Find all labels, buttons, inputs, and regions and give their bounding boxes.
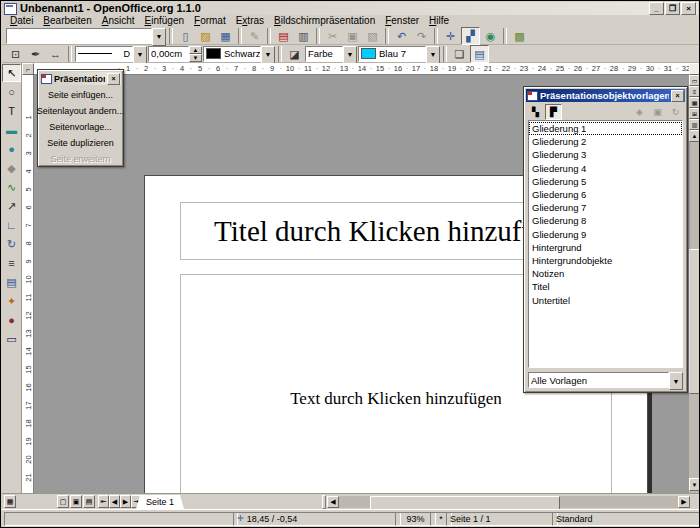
style-list-item[interactable]: Titel [529,280,682,293]
style-list-item[interactable]: Untertitel [529,294,682,307]
menu-item-ansicht[interactable]: Ansicht [97,15,140,27]
presentation-panel-close-icon[interactable]: × [107,73,120,85]
presentation-screen-icon[interactable]: ▭ [2,330,21,348]
presentation-panel-item[interactable]: Seitenvorlage... [49,119,112,135]
line-width-spinner[interactable]: 0,00cm ▲ ▼ [148,46,202,62]
first-page-icon[interactable]: ⇤ [98,495,109,508]
stylist-titlebar[interactable]: Präsentationsobjektvorlagen × [526,89,685,102]
corner-mode-icon[interactable]: ▦ [4,495,16,508]
menu-item-datei[interactable]: Datei [5,15,38,27]
master-mode-icon[interactable]: ▣ [70,495,82,508]
redo-icon[interactable]: ↷ [412,27,431,45]
style-list-item[interactable]: Hintergrund [529,241,682,254]
presentation-panel-titlebar[interactable]: Präsentation × [40,72,121,85]
prev-page-icon[interactable]: ◀ [109,495,120,508]
arrow-ends-icon[interactable]: ↔ [46,45,65,63]
lines-arrows-icon[interactable]: ↗ [2,197,21,215]
drawing-view-icon[interactable]: ▭ [689,75,700,86]
line-color-dropdown-icon[interactable]: ▼ [261,46,275,64]
scroll-down-icon[interactable]: ▼ [689,478,700,491]
new-document-icon[interactable]: ▯ [176,27,195,45]
style-filter-dropdown-icon[interactable]: ▼ [669,372,683,390]
line-width-value[interactable]: 0,00cm [148,46,189,62]
effects-icon[interactable]: ✦ [2,292,21,310]
vertical-scroll-thumb[interactable] [689,249,700,394]
style-list-item[interactable]: Gliederung 6 [529,188,682,201]
close-button-icon[interactable]: × [681,2,696,15]
hyperlink-bar-icon[interactable]: ◉ [481,27,500,45]
select-arrow-icon[interactable]: ↖ [2,64,21,82]
style-list-item[interactable]: Gliederung 2 [529,135,682,148]
line-pen-icon[interactable]: ✒ [26,45,45,63]
fill-color-dropdown-icon[interactable]: ▼ [426,46,440,64]
rectangle-tool-icon[interactable]: ▬ [2,121,21,139]
notes-view-icon[interactable]: ⊞ [689,108,700,119]
presentation-panel-item[interactable]: Seitenlayout ändern... [37,103,125,119]
outline-view-icon[interactable]: ≡ [689,86,700,97]
hscroll-right-icon[interactable]: ▶ [678,496,690,508]
url-dropdown-icon[interactable]: ▼ [152,28,166,46]
menu-item-bearbeiten[interactable]: Bearbeiten [38,15,96,27]
text-tool-icon[interactable]: T [2,102,21,120]
shadow-icon[interactable]: ❏ [450,45,469,63]
restore-button-icon[interactable]: ❐ [665,2,680,15]
style-list-item[interactable]: Hintergrundobjekte [529,254,682,267]
open-document-icon[interactable]: ▨ [196,27,215,45]
menu-item-extras[interactable]: Extras [231,15,269,27]
line-style-combobox[interactable]: D ▼ [75,46,147,62]
menu-item-einfgen[interactable]: Einfügen [140,15,189,27]
style-list-item[interactable]: Notizen [529,267,682,280]
fill-type-combobox[interactable]: Farbe ▼ [305,46,357,62]
slides-view-icon[interactable]: ▦ [689,97,700,108]
style-list-item[interactable]: Gliederung 9 [529,228,682,241]
page-tab[interactable]: Seite 1 [136,495,184,509]
connector-icon[interactable]: ∟ [2,216,21,234]
fill-style-icon[interactable]: ◪ [285,45,304,63]
rotate-icon[interactable]: ↻ [2,235,21,253]
navigator-icon[interactable]: ✛ [441,27,460,45]
menu-item-hilfe[interactable]: Hilfe [424,15,454,27]
style-filter-value[interactable]: Alle Vorlagen [528,372,669,388]
alignment-icon[interactable]: ≡ [2,254,21,272]
menu-item-bildschirmprsentation[interactable]: Bildschirmpräsentation [269,15,380,27]
menu-item-fenster[interactable]: Fenster [380,15,424,27]
style-list-item[interactable]: Gliederung 3 [529,148,682,161]
export-pdf-icon[interactable]: ▤ [274,27,293,45]
style-list-item[interactable]: Gliederung 7 [529,201,682,214]
3d-objects-icon[interactable]: ◆ [2,159,21,177]
line-style-dropdown-icon[interactable]: ▼ [133,46,147,64]
stylist-close-icon[interactable]: × [671,90,684,102]
curve-tool-icon[interactable]: ∿ [2,178,21,196]
spin-up-icon[interactable]: ▲ [189,46,202,54]
spin-down-icon[interactable]: ▼ [189,54,202,62]
scroll-up-icon[interactable]: ▲ [689,130,700,142]
style-list-item[interactable]: Gliederung 5 [529,175,682,188]
handout-view-icon[interactable]: ▥ [689,119,700,130]
style-filter-combobox[interactable]: Alle Vorlagen ▼ [528,372,683,388]
presentation-panel-item[interactable]: Seite duplizieren [47,135,114,151]
presentation-styles-icon[interactable]: ▛ [545,104,562,120]
zoom-icon[interactable]: ○ [2,83,21,101]
print-icon[interactable]: ▥ [294,27,313,45]
arrange-icon[interactable]: ▤ [2,273,21,291]
ellipse-tool-icon[interactable]: ● [2,140,21,158]
undo-icon[interactable]: ↶ [392,27,411,45]
presentation-toggle-icon[interactable]: ▤ [470,45,489,63]
graphics-styles-icon[interactable]: ▚ [527,104,544,120]
next-page-icon[interactable]: ▶ [120,495,131,508]
save-document-icon[interactable]: ▦ [216,27,235,45]
url-combobox[interactable]: ▼ [6,28,166,44]
style-list-item[interactable]: Gliederung 1 [529,122,682,135]
horizontal-ruler[interactable]: 1·2·3·4·5·6·7·8·9·10·11·12·13·14·15·16·1… [34,63,689,75]
fill-color-combobox[interactable]: Blau 7 ▼ [358,46,440,62]
horizontal-scroll-thumb[interactable] [370,496,560,510]
style-list[interactable]: Gliederung 1Gliederung 2Gliederung 3Glie… [528,120,683,368]
edit-points-icon[interactable]: ⊡ [6,45,25,63]
ruler-corner-right-button[interactable] [689,63,700,75]
vertical-ruler[interactable]: 123456789101112131415161718192021 [22,75,34,493]
status-style-field[interactable]: Standard [552,512,700,526]
style-list-item[interactable]: Gliederung 8 [529,214,682,227]
minimize-button-icon[interactable]: _ [649,2,664,15]
fill-type-dropdown-icon[interactable]: ▼ [343,46,357,64]
gallery-icon[interactable]: ▩ [510,27,529,45]
